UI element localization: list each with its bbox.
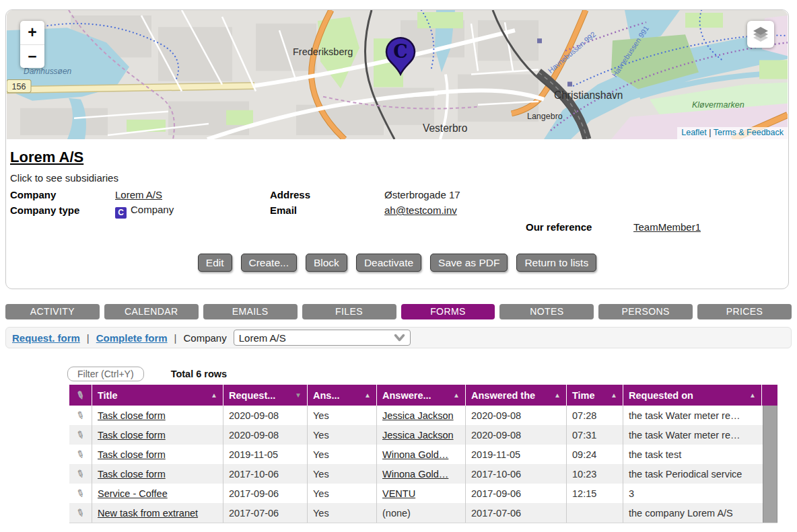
map[interactable]: 156 Frederiksberg Vesterbro Christiansha… (7, 10, 788, 139)
answered-by-link[interactable]: Jessica Jackson (382, 430, 454, 441)
company-type-text: Company (131, 204, 174, 215)
answered-cell: Yes (308, 445, 377, 464)
table-row: ✎ New task from extranet 2017-07-06 Yes … (69, 503, 777, 523)
email-link[interactable]: ah@testcom.inv (384, 204, 457, 216)
tab-persons[interactable]: PERSONS (598, 304, 693, 319)
map-label-christianshavn: Christianshavn (554, 89, 623, 101)
column-label: Title (98, 390, 118, 401)
company-name-heading[interactable]: Lorem A/S (10, 149, 83, 166)
attribution-separator: | (709, 128, 711, 137)
requested-date-cell: 2017-10-06 (223, 464, 308, 484)
requested-date-cell: 2017-09-06 (223, 484, 308, 503)
requested-date-cell: 2020-09-08 (223, 406, 308, 425)
answered-by-link[interactable]: Winona Gold… (382, 449, 448, 460)
answered-cell: Yes (308, 464, 377, 484)
answered-cell: Yes (308, 503, 377, 523)
form-title-link[interactable]: Task close form (98, 449, 166, 460)
column-label: Ans... (313, 390, 339, 401)
filter-button[interactable]: Filter (Ctrl+Y) (67, 367, 144, 381)
return-to-lists-button[interactable]: Return to lists (516, 254, 596, 272)
action-buttons-row: Edit Create... Block Deactivate Save as … (6, 254, 788, 272)
answered-the-cell: 2017-07-06 (466, 503, 567, 523)
block-button[interactable]: Block (306, 254, 347, 272)
our-reference-link[interactable]: TeamMember1 (633, 221, 701, 233)
toolbar-separator: | (174, 332, 177, 344)
requested-on-cell: the company Lorem A/S (623, 503, 762, 523)
answered-the-cell: 2020-09-08 (466, 406, 567, 425)
save-as-pdf-button[interactable]: Save as PDF (430, 254, 508, 272)
map-layers-button[interactable] (747, 21, 774, 48)
edit-pencil-icon: ✎ (74, 388, 87, 403)
form-title-link[interactable]: Task close form (98, 410, 166, 421)
map-label-frederiksberg: Frederiksberg (293, 46, 353, 57)
tab-calendar[interactable]: CALENDAR (104, 304, 199, 319)
column-header-requested-on[interactable]: Requested on▲ (623, 385, 762, 406)
column-header-answered-by[interactable]: Answere...▲ (377, 385, 466, 406)
answered-the-cell: 2017-10-06 (466, 464, 567, 484)
map-canvas: 156 Frederiksberg Vesterbro Christiansha… (7, 10, 788, 139)
tab-prices[interactable]: PRICES (697, 304, 792, 319)
zoom-in-button[interactable]: + (20, 21, 44, 44)
edit-pencil-icon[interactable]: ✎ (74, 506, 87, 521)
edit-pencil-icon[interactable]: ✎ (74, 467, 87, 482)
column-header-time[interactable]: Time▲ (567, 385, 623, 406)
column-header-filler (762, 385, 777, 406)
create-button[interactable]: Create... (241, 254, 297, 272)
tab-files[interactable]: FILES (302, 304, 396, 319)
company-type-badge: C (115, 207, 127, 219)
edit-pencil-icon[interactable]: ✎ (74, 408, 87, 423)
column-header-title[interactable]: Title▲ (92, 385, 223, 406)
column-header-requested[interactable]: Request...▼ (223, 385, 308, 406)
table-row: ✎ Task close form 2017-10-06 Yes Winona … (69, 464, 777, 484)
company-select-value: Lorem A/S (239, 332, 286, 344)
form-title-link[interactable]: Service - Coffee (98, 488, 168, 499)
time-cell: 07:31 (567, 425, 623, 445)
complete-form-link[interactable]: Complete form (96, 332, 168, 344)
company-select[interactable]: Lorem A/S (234, 330, 411, 346)
zoom-out-button[interactable]: − (20, 44, 44, 68)
answered-by-link[interactable]: Jessica Jackson (382, 410, 454, 421)
edit-pencil-icon[interactable]: ✎ (74, 486, 87, 501)
column-header-answered[interactable]: Ans...▲ (308, 385, 377, 406)
time-cell: 12:15 (567, 484, 623, 503)
table-row: ✎ Service - Coffee 2017-09-06 Yes VENTU … (69, 484, 777, 503)
map-label-damhussoen: Damhussøen (24, 67, 72, 76)
time-cell (567, 503, 623, 523)
terms-feedback-link[interactable]: Terms & Feedback (714, 128, 784, 137)
deactivate-button[interactable]: Deactivate (356, 254, 421, 272)
table-scrollbar[interactable] (763, 406, 777, 523)
chevron-down-icon (394, 334, 405, 342)
answered-cell: Yes (308, 425, 377, 445)
layers-icon (751, 25, 770, 44)
answered-by-none: (none) (382, 508, 411, 519)
address-value: Østerbrogade 17 (384, 189, 460, 200)
answered-cell: Yes (308, 406, 377, 425)
column-label: Time (572, 390, 595, 401)
subsidiaries-hint: Click to see subsidiaries (10, 172, 118, 184)
column-header-answered-the[interactable]: Answered the▲ (466, 385, 567, 406)
company-field-label: Company (10, 189, 56, 200)
request-form-link[interactable]: Request. form (12, 332, 80, 344)
form-title-link[interactable]: Task close form (98, 469, 166, 480)
answered-by-link[interactable]: VENTU (382, 488, 415, 499)
edit-pencil-icon[interactable]: ✎ (74, 447, 87, 462)
edit-button[interactable]: Edit (198, 254, 232, 272)
answered-by-link[interactable]: Winona Gold… (382, 469, 448, 480)
forms-grid-area: Filter (Ctrl+Y) Total 6 rows ✎ Title▲ Re… (69, 366, 777, 523)
column-header-edit[interactable]: ✎ (69, 385, 92, 406)
tab-notes[interactable]: NOTES (499, 304, 594, 319)
tab-emails[interactable]: EMAILS (203, 304, 298, 319)
edit-pencil-icon[interactable]: ✎ (74, 428, 87, 443)
sort-asc-icon: ▲ (211, 391, 217, 399)
form-title-link[interactable]: New task from extranet (98, 508, 198, 519)
form-title-link[interactable]: Task close form (98, 430, 166, 441)
company-type-label: Company type (10, 204, 79, 216)
table-row: ✎ Task close form 2020-09-08 Yes Jessica… (69, 406, 777, 425)
answered-the-cell: 2020-09-08 (466, 425, 567, 445)
tab-activity[interactable]: ACTIVITY (5, 304, 100, 319)
sort-asc-icon: ▲ (554, 391, 561, 399)
tab-forms[interactable]: FORMS (401, 304, 495, 319)
address-label: Address (270, 189, 310, 200)
leaflet-link[interactable]: Leaflet (681, 128, 707, 137)
company-value-link[interactable]: Lorem A/S (115, 189, 162, 200)
